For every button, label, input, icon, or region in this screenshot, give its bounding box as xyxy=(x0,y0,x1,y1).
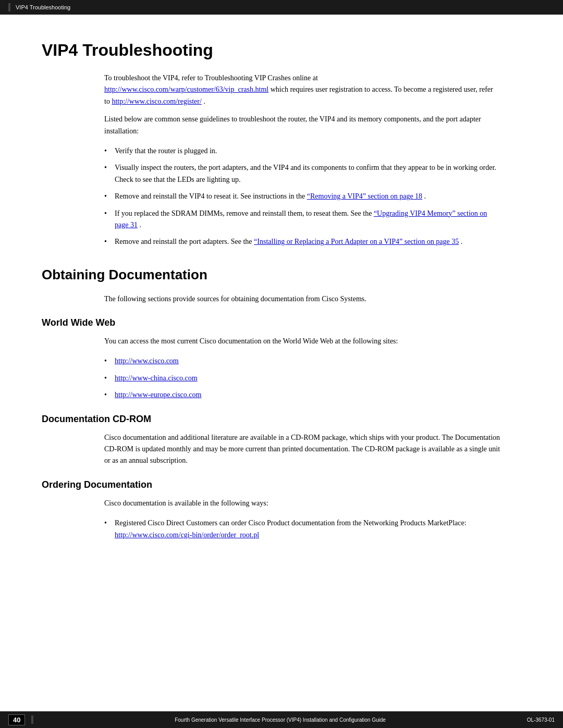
ordering-title: Ordering Documentation xyxy=(42,479,521,490)
vip4-bullet-3-before: Remove and reinstall the VIP4 to reseat … xyxy=(115,192,305,200)
vip4-section-title: VIP4 Troubleshooting xyxy=(42,41,521,60)
vip4-bullet-5-link[interactable]: “Installing or Replacing a Port Adapter … xyxy=(254,238,459,245)
bottom-separator xyxy=(31,715,33,724)
www-link-3: http://www-europe.cisco.com xyxy=(104,389,500,401)
obtaining-section-title: Obtaining Documentation xyxy=(42,267,521,283)
vip4-intro-block: To troubleshoot the VIP4, refer to Troub… xyxy=(104,72,500,137)
obtaining-section: Obtaining Documentation The following se… xyxy=(42,267,521,541)
vip4-intro-end: . xyxy=(203,97,205,105)
cdrom-content: Cisco documentation and additional liter… xyxy=(104,432,500,467)
vip4-bullet-1-text: Verify that the router is plugged in. xyxy=(115,147,217,155)
top-bar-separator xyxy=(8,3,10,11)
bottom-bar-center-text: Fourth Generation Versatile Interface Pr… xyxy=(44,717,516,723)
vip4-bullet-5-before: Remove and reinstall the port adapters. … xyxy=(115,238,252,245)
bottom-bar-left: 40 xyxy=(8,714,33,725)
ordering-bullets: Registered Cisco Direct Customers can or… xyxy=(104,517,500,541)
cdrom-subsection: Documentation CD-ROM Cisco documentation… xyxy=(42,414,521,467)
cdrom-title: Documentation CD-ROM xyxy=(42,414,521,425)
ordering-subsection: Ordering Documentation Cisco documentati… xyxy=(42,479,521,541)
www-link-2-anchor[interactable]: http://www-china.cisco.com xyxy=(115,374,198,382)
bottom-bar: 40 Fourth Generation Versatile Interface… xyxy=(0,711,563,728)
vip4-bullet-5: Remove and reinstall the port adapters. … xyxy=(104,236,500,248)
ordering-bullet-1-text: Registered Cisco Direct Customers can or… xyxy=(115,519,467,527)
obtaining-intro-block: The following sections provide sources f… xyxy=(104,293,500,305)
ordering-bullet-1: Registered Cisco Direct Customers can or… xyxy=(104,517,500,541)
www-para: You can access the most current Cisco do… xyxy=(104,336,500,347)
ordering-content: Cisco documentation is available in the … xyxy=(104,498,500,509)
bottom-bar-right-text: OL-3673-01 xyxy=(527,717,555,723)
vip4-bullet-5-after: . xyxy=(461,238,463,245)
vip4-bullet-4: If you replaced the SDRAM DIMMs, remove … xyxy=(104,208,500,231)
vip4-bullet-3-after: . xyxy=(424,192,426,200)
ordering-para1: Cisco documentation is available in the … xyxy=(104,498,500,509)
vip4-bullet-list: Verify that the router is plugged in. Vi… xyxy=(104,145,500,248)
vip4-intro-before-link: To troubleshoot the VIP4, refer to Troub… xyxy=(104,74,318,82)
top-bar: VIP4 Troubleshooting xyxy=(0,0,563,15)
www-content: You can access the most current Cisco do… xyxy=(104,336,500,347)
obtaining-intro: The following sections provide sources f… xyxy=(104,293,500,305)
vip4-intro-para: To troubleshoot the VIP4, refer to Troub… xyxy=(104,72,500,107)
vip4-bullet-3-link[interactable]: “Removing a VIP4” section on page 18 xyxy=(307,192,422,200)
vip4-bullet-1: Verify that the router is plugged in. xyxy=(104,145,500,157)
www-link-3-anchor[interactable]: http://www-europe.cisco.com xyxy=(115,391,201,399)
www-link-1-anchor[interactable]: http://www.cisco.com xyxy=(115,357,179,365)
vip4-crash-link[interactable]: http://www.cisco.com/warp/customer/63/vi… xyxy=(104,85,268,93)
vip4-bullet-3: Remove and reinstall the VIP4 to reseat … xyxy=(104,191,500,202)
www-link-2: http://www-china.cisco.com xyxy=(104,373,500,384)
vip4-bullet-4-after: . xyxy=(139,221,141,229)
vip4-register-link[interactable]: http://www.cisco.com/register/ xyxy=(112,97,202,105)
www-title: World Wide Web xyxy=(42,317,521,328)
ordering-link[interactable]: http://www.cisco.com/cgi-bin/order/order… xyxy=(115,531,259,539)
page-content: VIP4 Troubleshooting To troubleshoot the… xyxy=(0,15,563,591)
vip4-para2: Listed below are common sense guidelines… xyxy=(104,114,500,137)
vip4-bullet-2-text: Visually inspect the routers, the port a… xyxy=(115,164,496,183)
top-bar-label: VIP4 Troubleshooting xyxy=(16,4,70,10)
page-number: 40 xyxy=(8,714,25,725)
www-subsection: World Wide Web You can access the most c… xyxy=(42,317,521,401)
www-link-1: http://www.cisco.com xyxy=(104,355,500,367)
vip4-bullet-4-before: If you replaced the SDRAM DIMMs, remove … xyxy=(115,209,372,217)
www-links-list: http://www.cisco.com http://www-china.ci… xyxy=(104,355,500,401)
cdrom-para: Cisco documentation and additional liter… xyxy=(104,432,500,467)
vip4-bullet-2: Visually inspect the routers, the port a… xyxy=(104,162,500,186)
